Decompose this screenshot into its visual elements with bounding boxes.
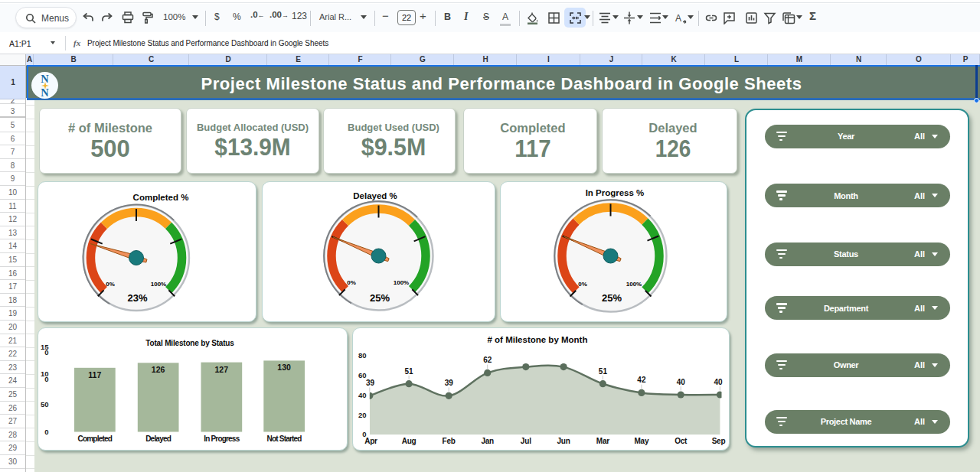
svg-text:# of Milestone by Month: # of Milestone by Month [488, 335, 588, 344]
svg-text:Jul: Jul [521, 437, 531, 445]
svg-text:May: May [634, 437, 648, 445]
svg-text:Mar: Mar [596, 437, 609, 445]
svg-text:Feb: Feb [443, 437, 456, 445]
svg-text:126: 126 [152, 365, 165, 374]
svg-text:80: 80 [358, 350, 367, 359]
svg-text:39: 39 [366, 379, 375, 387]
svg-text:40: 40 [358, 390, 367, 399]
svg-text:0: 0 [44, 427, 48, 435]
svg-text:Delayed: Delayed [145, 435, 171, 443]
svg-text:51: 51 [405, 366, 414, 375]
svg-text:50: 50 [41, 399, 49, 408]
svg-text:In Progress %: In Progress % [586, 188, 645, 197]
svg-text:Apr: Apr [364, 437, 377, 445]
svg-text:130: 130 [277, 363, 291, 372]
svg-text:0%: 0% [347, 279, 356, 286]
svg-text:51: 51 [599, 366, 608, 375]
svg-text:0%: 0% [106, 281, 115, 288]
svg-text:0: 0 [44, 347, 48, 356]
svg-text:42: 42 [637, 376, 646, 384]
svg-text:0%: 0% [578, 281, 587, 288]
svg-text:Aug: Aug [402, 437, 416, 445]
svg-text:Delayed %: Delayed % [353, 191, 397, 200]
svg-text:Completed %: Completed % [133, 193, 189, 202]
svg-text:40: 40 [714, 378, 723, 386]
svg-text:62: 62 [483, 356, 492, 364]
svg-text:Not Started: Not Started [267, 435, 302, 443]
svg-text:60: 60 [358, 370, 367, 379]
svg-text:Sep: Sep [712, 437, 726, 445]
svg-text:40: 40 [677, 378, 686, 386]
svg-text:100%: 100% [151, 281, 166, 288]
svg-text:100%: 100% [394, 279, 409, 286]
svg-text:25%: 25% [370, 292, 390, 304]
svg-text:Completed: Completed [78, 435, 113, 443]
svg-text:100%: 100% [626, 281, 642, 288]
svg-text:A: A [675, 13, 681, 24]
svg-text:Jan: Jan [481, 437, 494, 445]
svg-text:20: 20 [358, 410, 367, 418]
svg-text:In Progress: In Progress [204, 435, 240, 443]
svg-text:39: 39 [445, 379, 454, 387]
svg-text:0: 0 [44, 375, 48, 383]
svg-text:25%: 25% [602, 292, 622, 304]
svg-text:23%: 23% [127, 292, 147, 304]
svg-text:127: 127 [215, 364, 229, 373]
svg-text:Total Milestone by Status: Total Milestone by Status [145, 338, 234, 347]
svg-text:Jun: Jun [557, 437, 570, 445]
svg-text:117: 117 [88, 369, 101, 379]
svg-text:Oct: Oct [675, 437, 688, 445]
